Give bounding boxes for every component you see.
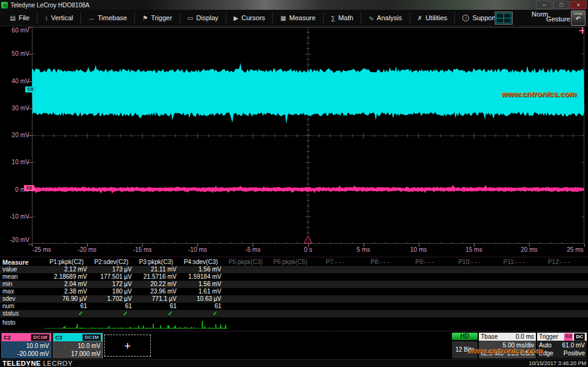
menu-item-label: Utilities	[426, 14, 447, 21]
measure-column-header-p7[interactable]: P7:- - -	[313, 259, 357, 266]
measure-column-header-p12[interactable]: P12:- - -	[536, 259, 581, 266]
menu-item-timebase[interactable]: ↔Timebase	[81, 12, 135, 24]
menu-item-vertical[interactable]: ↕Vertical	[37, 12, 81, 24]
x-axis-label: -5 ms	[234, 246, 271, 253]
grid-display-button[interactable]	[495, 12, 513, 25]
measure-cell	[536, 273, 581, 281]
channel-c3-descriptor[interactable]: C3 DC1M 10.0 mV 17.000 mV	[53, 333, 103, 358]
histogram-row: histo	[0, 318, 588, 329]
measure-cell	[268, 281, 313, 288]
x-axis-label: -25 ms	[23, 246, 60, 253]
channel-c2-coupling-badge: DC1M	[31, 334, 50, 341]
measure-column-header-p4[interactable]: P4:sdev(C3)	[178, 259, 223, 266]
measure-column-header-p5[interactable]: P5:pkpk(C3)	[223, 259, 268, 266]
timebase-sampling-line: 62.5 MS 1.25 GS/s	[481, 349, 534, 357]
undo-button[interactable]: Undo ↶	[571, 10, 586, 26]
measure-cell	[313, 273, 357, 281]
x-axis-label: 15 ms	[456, 246, 492, 253]
measure-icon: ▦	[280, 15, 286, 21]
measure-row-label: num	[0, 303, 44, 310]
menu-item-trigger[interactable]: ⚑Trigger	[135, 12, 180, 24]
measure-cell: 173 µV	[89, 266, 134, 273]
measure-cell: 1.56 mV	[178, 281, 223, 288]
y-axis-tick	[28, 217, 32, 218]
measure-column-header-p8[interactable]: P8:- - -	[357, 259, 402, 266]
channel-c2-id: C2	[2, 335, 31, 341]
x-axis-label: 5 ms	[345, 246, 382, 253]
menu-item-cursors[interactable]: ▶Cursors	[226, 12, 273, 24]
close-button[interactable]: ×	[570, 1, 587, 9]
timebase-per-div: 5.00 ms/div	[503, 341, 534, 349]
measure-cell	[268, 303, 313, 310]
minimize-button[interactable]: –	[536, 1, 552, 9]
timebase-samples: 62.5 MS	[481, 349, 503, 357]
measure-cell: 1.59184 mV	[178, 273, 223, 281]
cursors-icon: ▶	[234, 15, 239, 21]
menu-item-label: Trigger	[151, 14, 172, 21]
measure-cell: 2.18689 mV	[44, 273, 89, 281]
channel-c2-descriptor[interactable]: C2 DC1M 10.0 mV -20.000 mV	[1, 333, 52, 358]
measure-cell: 172 µV	[89, 281, 134, 288]
c3-trace-marker[interactable]: C3	[25, 86, 36, 93]
timebase-rate: 1.25 GS/s	[507, 349, 534, 357]
menu-item-file[interactable]: ▤File	[2, 12, 37, 24]
measure-cell: 1.56 mV	[178, 266, 223, 273]
x-axis-tick	[253, 244, 253, 247]
vertical-icon: ↕	[45, 15, 48, 21]
measure-column-header-p1[interactable]: P1:pkpk(C2)	[44, 259, 89, 266]
measure-column-header-p2[interactable]: P2:sdev(C2)	[89, 259, 134, 266]
measure-column-header-p6[interactable]: P6:pkpk(C5)	[268, 259, 313, 266]
hd-mode-badge[interactable]: HD	[452, 333, 478, 340]
trigger-level: 61.0 mV	[562, 341, 585, 349]
measure-cell	[268, 273, 313, 281]
trigger-source-badge: C2	[564, 333, 573, 341]
menu-item-label: Measure	[289, 14, 316, 21]
measure-column-header-p9[interactable]: P9:- - -	[402, 259, 447, 266]
y-axis-tick	[28, 27, 32, 28]
measure-cell: 61	[44, 303, 89, 310]
menu-item-utilities[interactable]: ✗Utilities	[410, 12, 456, 24]
datetime-label: 10/15/2017 3:46:20 PM	[529, 360, 586, 366]
status-check	[223, 310, 268, 317]
measure-row-label: sdev	[0, 295, 44, 303]
menu-item-measure[interactable]: ▦Measure	[273, 12, 323, 24]
measure-cell	[313, 281, 357, 288]
measure-cell: 61	[134, 303, 178, 310]
measure-header-row: MeasureP1:pkpk(C2)P2:sdev(C2)P3:pkpk(C3)…	[0, 259, 588, 266]
menu-item-math[interactable]: ∑Math	[324, 12, 362, 24]
y-axis-tick	[28, 54, 32, 55]
status-check	[313, 310, 357, 317]
trigger-icon: ⚑	[142, 15, 148, 21]
measure-column-header-p10[interactable]: P10:- - -	[447, 259, 492, 266]
measure-cell	[357, 303, 402, 310]
x-axis-tick	[529, 244, 530, 247]
trigger-settings: Auto 61.0 mV Edge Positive	[537, 341, 587, 358]
measure-cell: 23.96 mV	[134, 288, 178, 295]
measure-cell: 21.11 mV	[134, 266, 178, 273]
measure-cell	[492, 273, 536, 281]
grid-cell-icon	[503, 18, 511, 23]
x-axis-label: 0 s	[290, 246, 327, 253]
maximize-button[interactable]: □	[553, 1, 570, 9]
trigger-mode: Auto	[539, 341, 552, 349]
channel-c3-settings: 10.0 mV 17.000 mV	[53, 341, 102, 358]
measure-column-header-p11[interactable]: P11:- - -	[492, 259, 536, 266]
menu-item-analysis[interactable]: ∿Analysis	[361, 12, 410, 24]
measure-cell	[402, 303, 447, 310]
measure-cell	[492, 303, 536, 310]
measure-cell	[357, 288, 402, 295]
bits-indicator: 12 Bits	[452, 341, 478, 358]
trigger-slope: Positive	[563, 349, 585, 357]
analysis-icon: ∿	[368, 15, 373, 21]
menu-item-display[interactable]: ▭Display	[180, 12, 227, 24]
status-check	[402, 310, 447, 317]
measure-column-header-p3[interactable]: P3:pkpk(C3)	[134, 259, 178, 266]
y-axis-label: -10 mV	[1, 213, 29, 220]
measure-cell	[492, 281, 536, 288]
trigger-descriptor[interactable]: Trigger C2 DC Auto 61.0 mV Edge Positive	[537, 333, 587, 358]
y-axis-tick	[28, 108, 32, 109]
channel-c3-scale: 10.0 mV	[53, 342, 101, 350]
add-trace-button[interactable]: +	[104, 335, 151, 357]
c2-trace-marker[interactable]: C2	[24, 185, 34, 191]
timebase-descriptor[interactable]: Tbase 0.0 ms 5.00 ms/div 62.5 MS 1.25 GS…	[479, 333, 536, 358]
